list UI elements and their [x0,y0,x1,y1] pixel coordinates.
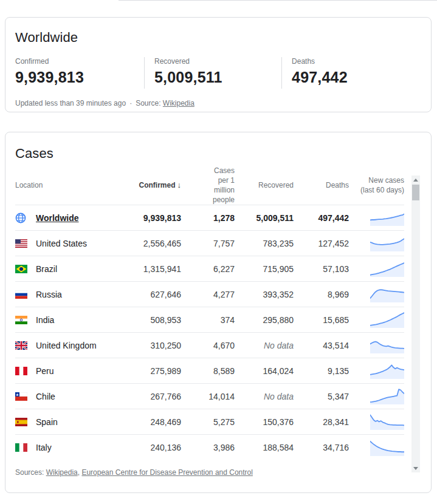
new-cases-sparkline [349,363,404,379]
stat-confirmed-value: 9,939,813 [15,69,139,86]
deaths-value: 57,103 [294,264,349,274]
sources-prefix: Sources: [15,468,44,477]
overview-stats-row: Confirmed 9,939,813 Recovered 5,009,511 … [15,57,421,89]
new-cases-sparkline [349,388,404,404]
brazil-flag-icon [15,264,27,274]
per-million-value: 3,986 [181,443,235,452]
scrollbar-thumb[interactable] [412,185,419,200]
table-row[interactable]: Italy 240,136 3,986 188,584 34,716 [15,435,404,460]
recovered-value: No data [235,341,294,350]
table-row[interactable]: United States 2,556,465 7,757 783,235 12… [15,231,404,256]
recovered-value: 715,905 [235,264,294,274]
table-scrollbar[interactable] [411,175,420,472]
stat-recovered-value: 5,009,511 [154,69,277,86]
confirmed-value: 1,315,941 [117,264,181,274]
table-row[interactable]: United Kingdom 310,250 4,670 No data 43,… [15,333,404,358]
table-row[interactable]: Spain 248,469 5,275 150,376 28,341 [15,409,404,435]
location-label: Brazil [36,264,117,274]
per-million-value: 5,275 [181,417,235,427]
table-row[interactable]: Russia 627,646 4,277 393,352 8,969 [15,282,404,307]
location-label: Spain [36,417,117,427]
recovered-value: 188,584 [235,443,294,452]
column-header-recovered[interactable]: Recovered [235,180,294,190]
confirmed-value: 310,250 [117,341,181,350]
deaths-value: 43,514 [294,341,349,350]
cases-table: Location Confirmed↓ Cases per 1 million … [15,162,404,460]
column-header-confirmed[interactable]: Confirmed↓ [117,180,181,190]
location-label: Peru [36,366,117,376]
deaths-value: 8,969 [294,290,349,299]
per-million-value: 374 [181,315,235,325]
deaths-value: 9,135 [294,366,349,376]
sources-line: Sources: Wikipedia, European Centre for … [15,468,421,477]
location-label: Italy [36,443,117,452]
location-label: Worldwide [36,213,117,223]
united-states-flag-icon [15,238,27,249]
recovered-value: 783,235 [235,239,294,248]
new-cases-sparkline [349,235,404,251]
deaths-value: 127,452 [294,239,349,248]
cases-title: Cases [15,146,421,162]
source-prefix: Source: [136,99,160,107]
chile-flag-icon [15,391,27,402]
stat-deaths: Deaths 497,442 [281,57,421,89]
column-header-per-million[interactable]: Cases per 1 million people [181,166,235,205]
confirmed-value: 2,556,465 [117,239,181,248]
worldwide-overview-card: Worldwide Confirmed 9,939,813 Recovered … [5,17,432,112]
overview-source-link[interactable]: Wikipedia [163,99,194,107]
stat-recovered: Recovered 5,009,511 [144,57,281,89]
updated-text: Updated less than 39 minutes ago [15,99,126,107]
deaths-value: 5,347 [294,392,349,401]
table-body: Worldwide 9,939,813 1,278 5,009,511 497,… [15,205,404,460]
confirmed-value: 248,469 [117,417,181,427]
scrollbar-down-icon [413,467,418,470]
column-header-new-cases[interactable]: New cases (last 60 days) [349,175,404,195]
table-row[interactable]: Brazil 1,315,941 6,227 715,905 57,103 [15,256,404,282]
globe-icon [15,213,27,223]
location-label: Russia [36,290,117,299]
scrollbar-up-button[interactable] [411,175,420,184]
confirmed-value: 9,939,813 [117,213,181,223]
per-million-value: 1,278 [181,213,235,223]
stat-deaths-value: 497,442 [292,69,416,86]
new-cases-sparkline [349,261,404,277]
location-label: United Kingdom [36,341,117,350]
per-million-value: 6,227 [181,264,235,274]
confirmed-value: 240,136 [117,443,181,452]
column-header-location[interactable]: Location [15,180,117,190]
new-cases-sparkline [349,440,404,456]
recovered-value: 164,024 [235,366,294,376]
sources-comma: , [78,468,80,477]
table-row[interactable]: Peru 275,989 8,589 164,024 9,135 [15,358,404,384]
peru-flag-icon [15,366,27,376]
table-row[interactable]: Worldwide 9,939,813 1,278 5,009,511 497,… [15,205,404,231]
column-header-deaths[interactable]: Deaths [294,180,349,190]
table-header-row: Location Confirmed↓ Cases per 1 million … [15,162,404,205]
per-million-value: 4,670 [181,341,235,350]
united-kingdom-flag-icon [15,340,27,351]
recovered-value: 295,880 [235,315,294,325]
recovered-value: 393,352 [235,290,294,299]
scrollbar-down-button[interactable] [411,464,420,472]
deaths-value: 28,341 [294,417,349,427]
cases-card: Cases Location Confirmed↓ Cases per 1 mi… [5,132,432,493]
table-row[interactable]: Chile 267,766 14,014 No data 5,347 [15,384,404,409]
new-cases-sparkline [349,209,404,226]
per-million-header-label: Cases per 1 million people [203,166,235,205]
sources-link-wikipedia[interactable]: Wikipedia [46,468,78,477]
location-label: India [36,315,117,325]
confirmed-header-label: Confirmed [139,181,176,189]
recovered-value: No data [235,392,294,401]
location-label: Chile [36,392,117,401]
page-top-divider [119,0,437,1]
sources-link-ecdc[interactable]: European Centre for Disease Prevention a… [81,468,253,477]
confirmed-value: 627,646 [117,290,181,299]
recovered-value: 150,376 [235,417,294,427]
per-million-value: 8,589 [181,366,235,376]
deaths-value: 497,442 [294,213,349,223]
new-cases-sparkline [349,286,404,302]
new-cases-header-line1: New cases [349,175,404,185]
confirmed-value: 267,766 [117,392,181,401]
location-label: United States [36,239,117,248]
table-row[interactable]: India 508,953 374 295,880 15,685 [15,307,404,333]
